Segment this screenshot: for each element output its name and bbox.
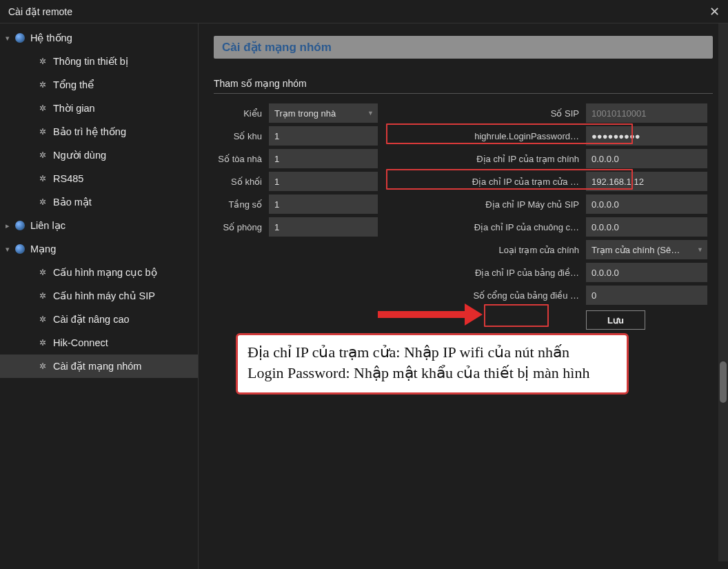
- scrollbar[interactable]: [718, 23, 728, 561]
- field-sip-server-ip: Địa chỉ IP Máy chủ SIP 0.0.0.0: [386, 193, 714, 215]
- field-main-station-ip: Địa chỉ IP của trạm chính 0.0.0.0: [386, 148, 714, 170]
- label: Số khu: [214, 131, 269, 141]
- sidebar-item-general[interactable]: ✲ Tổng thể: [0, 73, 198, 97]
- sidebar-group-network[interactable]: ▾ Mạng: [0, 237, 198, 261]
- sidebar-item-local-network[interactable]: ✲ Cấu hình mạng cục bộ: [0, 261, 198, 284]
- bell-ip-input[interactable]: 0.0.0.0: [586, 217, 707, 237]
- main-door-type-select[interactable]: Trạm cửa chính (Sê…: [586, 240, 707, 259]
- sidebar: ▾ Hệ thống ✲ Thông tin thiết bị ✲ Tổng t…: [0, 23, 199, 569]
- sidebar-item-user[interactable]: ✲ Người dùng: [0, 143, 198, 167]
- field-room-no: Số phòng 1: [214, 216, 386, 238]
- note-line2: Login Password: Nhập mật khẩu của thiết …: [247, 363, 617, 383]
- gear-icon: ✲: [38, 291, 48, 301]
- gear-icon: ✲: [38, 197, 48, 207]
- password-input[interactable]: ●●●●●●●●●: [586, 126, 707, 146]
- field-login-password: highrule.LoginPassword… ●●●●●●●●●: [386, 125, 714, 147]
- label: Địa chỉ IP của trạm cửa …: [386, 177, 586, 187]
- panel-port-input[interactable]: 0: [586, 286, 707, 305]
- gear-icon: ✲: [38, 80, 48, 90]
- field-door-station-ip: Địa chỉ IP của trạm cửa … 192.168.1.12: [386, 170, 714, 192]
- sidebar-item-label: Thông tin thiết bị: [53, 56, 128, 67]
- chevron-down-icon: ▾: [6, 34, 15, 43]
- field-sip-no: Số SIP 10010110001: [386, 102, 714, 124]
- sidebar-item-rs485[interactable]: ✲ RS485: [0, 167, 198, 190]
- sidebar-item-label: Cài đặt nâng cao: [53, 314, 130, 325]
- sidebar-item-sip-server[interactable]: ✲ Cấu hình máy chủ SIP: [0, 284, 198, 308]
- sidebar-item-label: Cấu hình mạng cục bộ: [53, 267, 157, 278]
- globe-icon: [15, 33, 25, 43]
- page-title: Cài đặt mạng nhóm: [214, 36, 713, 59]
- gear-icon: ✲: [38, 127, 48, 137]
- sidebar-item-label: Thời gian: [53, 103, 95, 114]
- sip-server-ip-input[interactable]: 0.0.0.0: [586, 194, 707, 214]
- gear-icon: ✲: [38, 361, 48, 371]
- sidebar-item-label: Bảo mật: [53, 197, 92, 208]
- save-button[interactable]: Lưu: [586, 310, 645, 330]
- chevron-right-icon: ▸: [6, 221, 15, 230]
- field-area-no: Số khu 1: [214, 125, 386, 147]
- gear-icon: ✲: [38, 315, 48, 324]
- label: Địa chỉ IP Máy chủ SIP: [386, 199, 586, 210]
- sidebar-item-time[interactable]: ✲ Thời gian: [0, 97, 198, 120]
- sidebar-item-label: Người dùng: [53, 150, 106, 161]
- gear-icon: ✲: [38, 338, 48, 348]
- type-select[interactable]: Trạm trong nhà: [269, 103, 378, 123]
- field-panel-ip: Địa chỉ IP của bảng điề… 0.0.0.0: [386, 261, 714, 283]
- gear-icon: ✲: [38, 150, 48, 160]
- sidebar-item-label: Bảo trì hệ thống: [53, 126, 126, 137]
- floor-input[interactable]: 1: [269, 194, 378, 214]
- door-station-ip-input[interactable]: 192.168.1.12: [586, 172, 707, 191]
- sidebar-group-system[interactable]: ▾ Hệ thống: [0, 26, 198, 50]
- window-title: Cài đặt remote: [8, 6, 72, 17]
- titlebar: Cài đặt remote ✕: [0, 0, 728, 23]
- close-icon[interactable]: ✕: [709, 4, 720, 19]
- chevron-down-icon: ▾: [6, 245, 15, 254]
- field-floor-no: Tầng số 1: [214, 193, 386, 215]
- sidebar-item-label: Cấu hình máy chủ SIP: [53, 290, 155, 301]
- sidebar-item-security[interactable]: ✲ Bảo mật: [0, 190, 198, 214]
- field-unit-no: Số khối 1: [214, 170, 386, 192]
- main-station-ip-input[interactable]: 0.0.0.0: [586, 149, 707, 168]
- gear-icon: ✲: [38, 174, 48, 183]
- room-input[interactable]: 1: [269, 217, 378, 237]
- main-panel: Cài đặt mạng nhóm Tham số mạng nhóm Kiểu…: [199, 23, 728, 569]
- sidebar-group-label: Hệ thống: [30, 32, 72, 43]
- sidebar-item-maintenance[interactable]: ✲ Bảo trì hệ thống: [0, 120, 198, 143]
- label: Địa chỉ IP của trạm chính: [386, 154, 586, 164]
- sidebar-item-label: Hik-Connect: [53, 337, 108, 348]
- label: highrule.LoginPassword…: [386, 131, 586, 141]
- label: Địa chỉ IP của bảng điề…: [386, 268, 586, 278]
- panel-ip-input[interactable]: 0.0.0.0: [586, 263, 707, 282]
- sidebar-group-contact[interactable]: ▸ Liên lạc: [0, 214, 198, 237]
- unit-input[interactable]: 1: [269, 172, 378, 191]
- sidebar-group-label: Mạng: [30, 243, 56, 254]
- building-input[interactable]: 1: [269, 149, 378, 168]
- section-title: Tham số mạng nhóm: [214, 78, 713, 94]
- area-input[interactable]: 1: [269, 126, 378, 146]
- sidebar-item-label: Tổng thể: [53, 79, 94, 90]
- gear-icon: ✲: [38, 103, 48, 113]
- scrollbar-thumb[interactable]: [720, 361, 727, 403]
- field-type: Kiểu Trạm trong nhà: [214, 102, 386, 124]
- sidebar-item-label: Cài đặt mạng nhóm: [53, 361, 141, 372]
- gear-icon: ✲: [38, 268, 48, 277]
- label: Tầng số: [214, 199, 269, 210]
- sidebar-item-hikconnect[interactable]: ✲ Hik-Connect: [0, 331, 198, 355]
- label: Số SIP: [386, 108, 586, 119]
- label: Kiểu: [214, 108, 269, 119]
- field-main-door-type: Loại trạm cửa chính Trạm cửa chính (Sê…: [386, 239, 714, 261]
- sidebar-item-device-info[interactable]: ✲ Thông tin thiết bị: [0, 50, 198, 73]
- sidebar-item-group-network[interactable]: ✲ Cài đặt mạng nhóm: [0, 355, 198, 378]
- sidebar-group-label: Liên lạc: [30, 220, 65, 231]
- sip-input: 10010110001: [586, 103, 707, 123]
- globe-icon: [15, 221, 25, 230]
- label: Địa chỉ IP của chuông c…: [386, 222, 586, 232]
- field-bell-ip: Địa chỉ IP của chuông c… 0.0.0.0: [386, 216, 714, 238]
- note-line1: Địa chỉ IP của trạm cửa: Nhập IP wifi củ…: [247, 342, 617, 363]
- annotation-note: Địa chỉ IP của trạm cửa: Nhập IP wifi củ…: [236, 333, 629, 395]
- label: Số khối: [214, 177, 269, 187]
- globe-icon: [15, 244, 25, 254]
- sidebar-item-label: RS485: [53, 173, 83, 184]
- label: Số phòng: [214, 222, 269, 232]
- sidebar-item-advanced[interactable]: ✲ Cài đặt nâng cao: [0, 308, 198, 331]
